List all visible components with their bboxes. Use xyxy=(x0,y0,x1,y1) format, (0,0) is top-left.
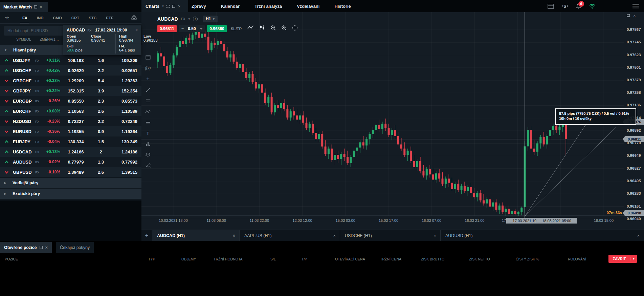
trendline-icon[interactable] xyxy=(145,87,151,93)
column-t/p[interactable]: T/P xyxy=(302,257,307,261)
chart-symbol[interactable]: AUDCAD xyxy=(157,16,178,22)
ask-price[interactable]: 152.354 xyxy=(110,88,141,93)
wifi-icon[interactable] xyxy=(589,4,596,9)
tab-crt[interactable]: CRT xyxy=(67,13,84,23)
bid-price[interactable]: 0.92629 xyxy=(60,68,91,73)
watchlist-row-gbpusd[interactable]: GBPUSD FX -0.10% 1.39489 2.6 1.39515 xyxy=(0,167,141,177)
column-tr-n-hodnota[interactable]: TRŽNÍ HODNOTA xyxy=(214,257,243,261)
watchlist-row-eurjpy[interactable]: EURJPY FX -0.04% 130.334 1.5 130.349 xyxy=(0,136,141,147)
watchlist-row-usdcad[interactable]: USDCAD FX +0.13% 1.24166 2 1.24186 xyxy=(0,147,141,157)
bid-price[interactable]: 1.24166 xyxy=(60,149,91,154)
bell-icon[interactable]: 6 xyxy=(576,3,581,9)
function-icon[interactable]: f(x) xyxy=(145,65,151,71)
tab-cmd[interactable]: CMD xyxy=(48,13,67,23)
info-icon[interactable]: i xyxy=(193,17,198,21)
buy-button[interactable]: 0.96860 xyxy=(207,25,226,32)
menu-item-vzd-l-v-n-[interactable]: Vzdělávání xyxy=(297,4,319,9)
ask-price[interactable]: 0.92651 xyxy=(110,68,141,73)
add-icon[interactable]: + xyxy=(145,76,151,82)
ask-price[interactable]: 130.349 xyxy=(110,139,141,144)
tab-pending-orders[interactable]: Čekající pokyny xyxy=(56,242,94,253)
group-header-exotic-pairs[interactable]: ▶ Exotické páry xyxy=(0,189,141,199)
layers-icon[interactable] xyxy=(145,152,151,158)
close-all-button[interactable]: ZAVŘÍT ▼ xyxy=(608,255,637,263)
volume-icon[interactable] xyxy=(145,141,151,147)
maximize-icon[interactable] xyxy=(172,5,175,8)
column-zisk-brutto[interactable]: ZISK BRUTTO xyxy=(421,257,444,261)
increase-button[interactable]: + xyxy=(198,26,205,31)
volume-value[interactable]: 0.50 xyxy=(186,26,197,31)
bid-price[interactable]: 1.29209 xyxy=(60,78,91,83)
panels-icon[interactable] xyxy=(145,54,151,60)
watchlist-row-gbpchf[interactable]: GBPCHF FX +0.33% 1.29209 5.4 1.29263 xyxy=(0,76,141,86)
close-icon[interactable]: × xyxy=(45,246,48,249)
watchlist-row-eurusd[interactable]: EURUSD FX -0.36% 1.19355 0.9 1.19364 xyxy=(0,126,141,136)
decrease-button[interactable]: − xyxy=(179,26,186,31)
fibonacci-icon[interactable] xyxy=(145,119,151,125)
watchlist-row-gbpjpy[interactable]: GBPJPY FX +0.22% 152.315 3.9 152.354 xyxy=(0,86,141,96)
bid-price[interactable]: 1.19355 xyxy=(60,129,91,134)
ask-price[interactable]: 0.77992 xyxy=(110,160,141,165)
sell-button[interactable]: 0.96811 xyxy=(157,25,177,32)
close-icon[interactable]: × xyxy=(633,14,636,17)
menu-icon[interactable] xyxy=(632,4,639,8)
layout-icon[interactable] xyxy=(548,4,554,9)
tab-etf[interactable]: ETF xyxy=(101,13,118,23)
watchlist-row-usdjpy[interactable]: USDJPY FX +0.31% 109.193 1.6 109.209 xyxy=(0,55,141,65)
bid-price[interactable]: 0.77979 xyxy=(60,160,91,165)
close-icon[interactable]: × xyxy=(232,233,235,238)
price-alert-icon[interactable]: $ xyxy=(561,3,568,9)
column-zisk-netto[interactable]: ZISK NETTO xyxy=(469,257,490,261)
column-pozice[interactable]: POZICE xyxy=(5,257,18,261)
bid-price[interactable]: 152.315 xyxy=(60,88,91,93)
close-icon[interactable]: × xyxy=(434,233,436,238)
chevron-down-icon[interactable]: ▾ xyxy=(188,17,190,21)
indicator-candles-icon[interactable] xyxy=(260,25,265,32)
tray-icon[interactable] xyxy=(131,15,137,21)
watchlist-row-audusd[interactable]: AUDUSD FX -0.02% 0.77979 1.3 0.77992 xyxy=(0,157,141,167)
column--ist-zisk-%[interactable]: ČISTÝ ZISK % xyxy=(516,257,539,261)
share-icon[interactable] xyxy=(145,163,151,169)
collapse-icon[interactable] xyxy=(627,14,630,17)
ask-price[interactable]: 0.85573 xyxy=(110,99,141,104)
chart-tab-aapl.us[interactable]: AAPL.US (H1)× xyxy=(240,230,340,241)
bid-price[interactable]: 0.85550 xyxy=(60,99,91,104)
bid-price[interactable]: 0.72227 xyxy=(60,119,91,124)
column-objemy[interactable]: OBJEMY xyxy=(181,257,196,261)
menu-item-kalend-[interactable]: Kalendář xyxy=(221,4,240,9)
chart-tab-audcad[interactable]: AUDCAD (H1)× xyxy=(152,230,240,241)
column-typ[interactable]: TYP xyxy=(148,257,155,261)
menu-item-historie[interactable]: Historie xyxy=(334,4,351,9)
ask-price[interactable]: 1.24186 xyxy=(110,149,141,154)
menu-item-zpr-vy[interactable]: Zprávy xyxy=(192,4,206,9)
bid-price[interactable]: 1.10563 xyxy=(60,109,91,114)
close-icon[interactable]: × xyxy=(135,28,138,33)
tab-stc[interactable]: STC xyxy=(84,13,101,23)
zoom-out-icon[interactable] xyxy=(270,25,276,32)
timeframe-button[interactable]: H1 ▾ xyxy=(203,16,218,22)
sltp-button[interactable]: SL/TP xyxy=(231,27,242,31)
ask-price[interactable]: 1.39515 xyxy=(110,170,141,175)
tab-ind[interactable]: IND xyxy=(32,13,48,23)
maximize-icon[interactable] xyxy=(34,5,37,8)
chart-tab-audusd[interactable]: AUDUSD (H1)× xyxy=(441,230,644,241)
new-chart-button[interactable]: + xyxy=(141,230,152,241)
bid-price[interactable]: 130.334 xyxy=(60,139,91,144)
menu-item-tr-n-anal-za[interactable]: Tržní analýza xyxy=(254,4,282,9)
bid-price[interactable]: 1.39489 xyxy=(60,170,91,175)
pan-icon[interactable] xyxy=(292,25,298,32)
ask-price[interactable]: 1.10589 xyxy=(110,109,141,114)
group-header-minor-pairs[interactable]: ▶ Vedlejší páry xyxy=(0,178,141,188)
ask-price[interactable]: 109.209 xyxy=(110,58,141,63)
ask-price[interactable]: 1.19364 xyxy=(110,129,141,134)
favorites-star-icon[interactable]: ☆ xyxy=(5,15,18,21)
tab-fx[interactable]: FX xyxy=(18,13,32,23)
watchlist-row-usdchf[interactable]: USDCHF FX +0.42% 0.92629 2.2 0.92651 xyxy=(0,65,141,76)
column-tr-n-cena[interactable]: TRŽNÍ CENA xyxy=(380,257,401,261)
zoom-in-icon[interactable] xyxy=(281,25,287,32)
watchlist-row-eurgbp[interactable]: EURGBP FX -0.26% 0.85550 2.3 0.85573 xyxy=(0,96,141,106)
close-icon[interactable]: × xyxy=(333,233,336,238)
ask-price[interactable]: 0.72249 xyxy=(110,119,141,124)
close-icon[interactable]: × xyxy=(40,5,42,8)
text-icon[interactable]: T xyxy=(145,130,151,136)
